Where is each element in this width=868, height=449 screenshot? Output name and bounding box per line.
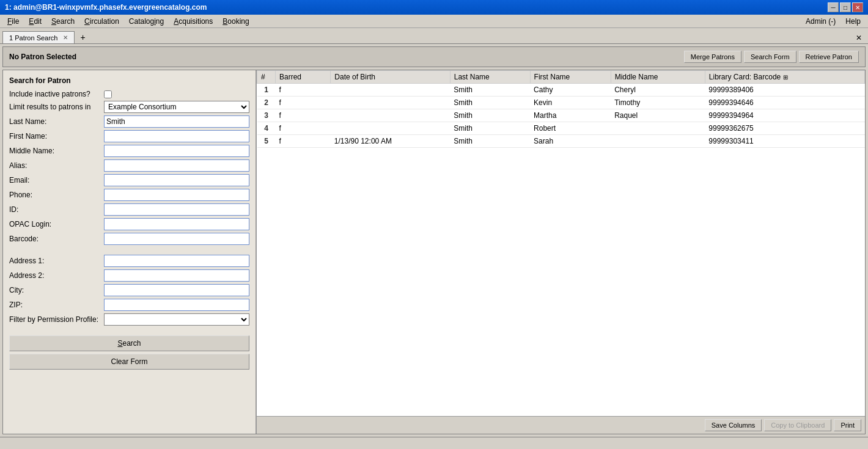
cell-first-name: Martha	[530, 109, 611, 122]
opac-login-row: OPAC Login:	[9, 218, 249, 230]
id-label: ID:	[9, 205, 104, 214]
last-name-label: Last Name:	[9, 117, 104, 126]
include-inactive-label: Include inactive patrons?	[9, 90, 104, 98]
address2-input[interactable]	[104, 269, 249, 282]
id-input[interactable]	[104, 203, 249, 216]
cell-barcode: 99999362675	[705, 122, 864, 135]
retrieve-patron-button[interactable]: Retrieve Patron	[799, 51, 859, 63]
restore-button[interactable]: □	[840, 2, 851, 12]
title-text: 1: admin@BR1-winxpvmfx.phasefx.evergreen…	[5, 3, 207, 12]
tab-patron-search[interactable]: 1 Patron Search ✕	[2, 31, 75, 43]
cell-middle-name: Cheryl	[611, 84, 705, 97]
clear-form-button[interactable]: Clear Form	[9, 354, 249, 370]
table-row[interactable]: 5 f 1/13/90 12:00 AM Smith Sarah 9999930…	[257, 135, 865, 148]
top-panel: No Patron Selected Merge Patrons Search …	[2, 46, 866, 67]
cell-barred: f	[276, 84, 331, 97]
table-row[interactable]: 3 f Smith Martha Raquel 99999394964	[257, 109, 865, 122]
col-library-card[interactable]: Library Card: Barcode ⊞	[705, 71, 864, 84]
results-tbody: 1 f Smith Cathy Cheryl 99999389406 2 f S…	[257, 84, 865, 148]
copy-to-clipboard-button[interactable]: Copy to Clipboard	[764, 419, 831, 431]
address1-input[interactable]	[104, 255, 249, 267]
include-inactive-checkbox[interactable]	[104, 90, 112, 98]
table-row[interactable]: 1 f Smith Cathy Cheryl 99999389406	[257, 84, 865, 97]
cell-last-name: Smith	[450, 84, 530, 97]
results-table: # Barred Date of Birth Last Name First N…	[257, 70, 865, 148]
menu-file[interactable]: File	[2, 16, 24, 27]
col-last-name[interactable]: Last Name	[450, 71, 530, 84]
search-button[interactable]: Search	[9, 335, 249, 351]
col-num[interactable]: #	[257, 71, 276, 84]
city-row: City:	[9, 284, 249, 296]
cell-middle-name	[611, 122, 705, 135]
limit-results-label: Limit results to patrons in	[9, 103, 104, 111]
city-input[interactable]	[104, 284, 249, 296]
zip-input[interactable]	[104, 299, 249, 311]
alias-input[interactable]	[104, 159, 249, 172]
cell-first-name: Sarah	[530, 135, 611, 148]
table-row[interactable]: 4 f Smith Robert 99999362675	[257, 122, 865, 135]
menu-booking[interactable]: Booking	[218, 16, 254, 27]
cell-num: 3	[257, 109, 276, 122]
last-name-input[interactable]	[104, 115, 249, 128]
col-barred[interactable]: Barred	[276, 71, 331, 84]
cell-dob: 1/13/90 12:00 AM	[331, 135, 450, 148]
window-controls: ─ □ ✕	[828, 2, 863, 12]
cell-barcode: 99999394964	[705, 109, 864, 122]
table-row[interactable]: 2 f Smith Kevin Timothy 99999394646	[257, 97, 865, 109]
col-dob[interactable]: Date of Birth	[331, 71, 450, 84]
search-panel-title: Search for Patron	[9, 76, 249, 85]
close-window-button[interactable]: ✕	[852, 32, 866, 43]
menu-circulation[interactable]: Circulation	[79, 16, 124, 27]
permission-profile-row: Filter by Permission Profile:	[9, 313, 249, 326]
col-first-name[interactable]: First Name	[530, 71, 611, 84]
cell-barred: f	[276, 122, 331, 135]
table-header-row: # Barred Date of Birth Last Name First N…	[257, 71, 865, 84]
alias-row: Alias:	[9, 159, 249, 172]
id-row: ID:	[9, 203, 249, 216]
menu-help[interactable]: Help	[840, 16, 866, 27]
cell-last-name: Smith	[450, 122, 530, 135]
print-button[interactable]: Print	[834, 419, 861, 431]
cell-dob	[331, 109, 450, 122]
cell-middle-name	[611, 135, 705, 148]
last-name-row: Last Name:	[9, 115, 249, 128]
tab-label: 1 Patron Search	[9, 34, 58, 42]
barcode-input[interactable]	[104, 233, 249, 245]
cell-first-name: Kevin	[530, 97, 611, 109]
email-input[interactable]	[104, 174, 249, 186]
menu-cataloging[interactable]: Cataloging	[124, 16, 169, 27]
middle-name-input[interactable]	[104, 145, 249, 157]
menu-acquisitions[interactable]: Acquisitions	[169, 16, 218, 27]
save-columns-button[interactable]: Save Columns	[705, 419, 762, 431]
merge-patrons-button[interactable]: Merge Patrons	[684, 51, 741, 63]
first-name-label: First Name:	[9, 132, 104, 141]
tab-bar: 1 Patron Search ✕ + ✕	[0, 28, 868, 44]
col-middle-name[interactable]: Middle Name	[611, 71, 705, 84]
address1-label: Address 1:	[9, 257, 104, 265]
results-table-container[interactable]: # Barred Date of Birth Last Name First N…	[257, 70, 865, 416]
close-button[interactable]: ✕	[852, 2, 863, 12]
address2-label: Address 2:	[9, 271, 104, 280]
menu-edit[interactable]: Edit	[24, 16, 46, 27]
status-bar	[0, 437, 868, 449]
permission-profile-label: Filter by Permission Profile:	[9, 315, 104, 324]
zip-label: ZIP:	[9, 301, 104, 309]
cell-barred: f	[276, 135, 331, 148]
limit-results-row: Limit results to patrons in Example Cons…	[9, 101, 249, 113]
tab-close-icon[interactable]: ✕	[63, 34, 68, 41]
first-name-input[interactable]	[104, 130, 249, 142]
phone-input[interactable]	[104, 189, 249, 201]
minimize-button[interactable]: ─	[828, 2, 839, 12]
permission-profile-select[interactable]	[104, 313, 249, 326]
search-form-button[interactable]: Search Form	[744, 51, 796, 63]
search-panel: Search for Patron Include inactive patro…	[3, 70, 257, 434]
title-bar: 1: admin@BR1-winxpvmfx.phasefx.evergreen…	[0, 0, 868, 15]
menu-search[interactable]: Search	[46, 16, 79, 27]
add-tab-button[interactable]: +	[76, 31, 90, 43]
opac-login-input[interactable]	[104, 218, 249, 230]
main-content: No Patron Selected Merge Patrons Search …	[0, 44, 868, 437]
limit-results-select[interactable]: Example Consortium Branch 1 Branch 2	[104, 101, 249, 113]
menu-admin[interactable]: Admin (-)	[801, 16, 840, 27]
cell-barcode: 99999389406	[705, 84, 864, 97]
cell-num: 1	[257, 84, 276, 97]
